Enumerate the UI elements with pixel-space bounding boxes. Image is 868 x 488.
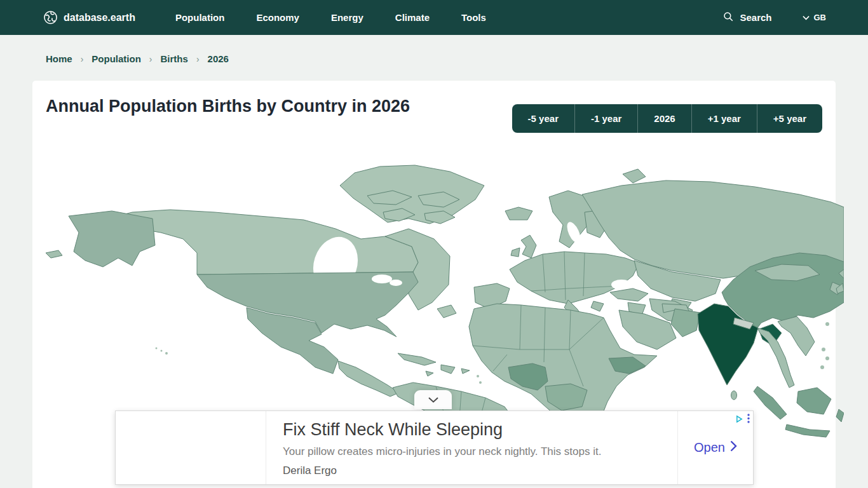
region-caribbean[interactable]: [398, 353, 482, 384]
year-navigation: -5 year -1 year 2026 +1 year +5 year: [512, 104, 822, 133]
kebab-menu-icon[interactable]: [747, 414, 750, 426]
country-sri-lanka[interactable]: [731, 391, 737, 400]
country-iceland[interactable]: [505, 207, 532, 220]
minus-1-year-button[interactable]: -1 year: [574, 104, 637, 133]
search-button[interactable]: Search: [722, 11, 771, 24]
breadcrumb: Home › Population › Births › 2026: [46, 53, 229, 64]
breadcrumb-year[interactable]: 2026: [208, 53, 229, 64]
breadcrumb-births[interactable]: Births: [161, 53, 188, 64]
country-ireland[interactable]: [511, 248, 520, 257]
region-central-america[interactable]: [338, 361, 399, 396]
locale-selector[interactable]: GB: [803, 13, 827, 22]
breadcrumb-separator: ›: [149, 54, 153, 64]
nav-item-climate[interactable]: Climate: [395, 12, 430, 23]
hawaii-islands: [156, 348, 168, 355]
ad-body-text: Your pillow creates micro-injuries in yo…: [283, 445, 671, 458]
country-indonesia[interactable]: [754, 386, 844, 437]
nav-right-group: Search GB: [722, 11, 826, 24]
chevron-right-icon: [730, 440, 737, 455]
country-nigeria[interactable]: [508, 363, 548, 390]
country-alaska-usa[interactable]: [69, 211, 155, 267]
ad-advertiser-name: Derila Ergo: [283, 464, 671, 477]
minus-5-year-button[interactable]: -5 year: [512, 104, 574, 133]
ad-image-placeholder: [116, 411, 266, 484]
ad-banner[interactable]: Fix Stiff Neck While Sleeping Your pillo…: [115, 410, 754, 485]
magnifier-icon: [722, 11, 734, 24]
ad-open-label: Open: [694, 440, 725, 455]
nav-item-population[interactable]: Population: [175, 12, 225, 23]
ad-text-block: Fix Stiff Neck While Sleeping Your pillo…: [266, 411, 677, 484]
top-navigation-bar: database.earth Population Economy Energy…: [0, 0, 868, 35]
page: { "header": { "brand": "database.earth",…: [0, 0, 868, 488]
locale-code: GB: [814, 13, 827, 22]
nav-links: Population Economy Energy Climate Tools: [175, 12, 486, 23]
ad-control-icons: [735, 414, 750, 426]
search-label: Search: [740, 12, 771, 23]
breadcrumb-population[interactable]: Population: [92, 53, 141, 64]
breadcrumb-separator: ›: [81, 54, 84, 64]
nav-item-energy[interactable]: Energy: [331, 12, 363, 23]
country-pakistan[interactable]: [671, 309, 700, 337]
page-title: Annual Population Births by Country in 2…: [46, 95, 421, 118]
brand-name: database.earth: [64, 12, 135, 24]
chevron-down-icon: [803, 13, 810, 22]
adchoices-triangle-icon[interactable]: [735, 414, 743, 426]
breadcrumb-separator: ›: [196, 54, 200, 64]
ad-headline[interactable]: Fix Stiff Neck While Sleeping: [283, 420, 671, 440]
nav-item-economy[interactable]: Economy: [256, 12, 299, 23]
plus-1-year-button[interactable]: +1 year: [691, 104, 757, 133]
country-united-kingdom[interactable]: [521, 235, 536, 258]
nav-item-tools[interactable]: Tools: [461, 12, 486, 23]
chevron-down-icon: [428, 394, 438, 405]
breadcrumb-home[interactable]: Home: [46, 53, 72, 64]
brand-logo[interactable]: database.earth: [43, 10, 135, 25]
country-turkey[interactable]: [610, 288, 648, 301]
map-collapse-button[interactable]: [414, 390, 452, 409]
country-philippines[interactable]: [820, 348, 829, 369]
current-year-button[interactable]: 2026: [637, 104, 691, 133]
globe-icon: [43, 10, 58, 25]
plus-5-year-button[interactable]: +5 year: [757, 104, 822, 133]
